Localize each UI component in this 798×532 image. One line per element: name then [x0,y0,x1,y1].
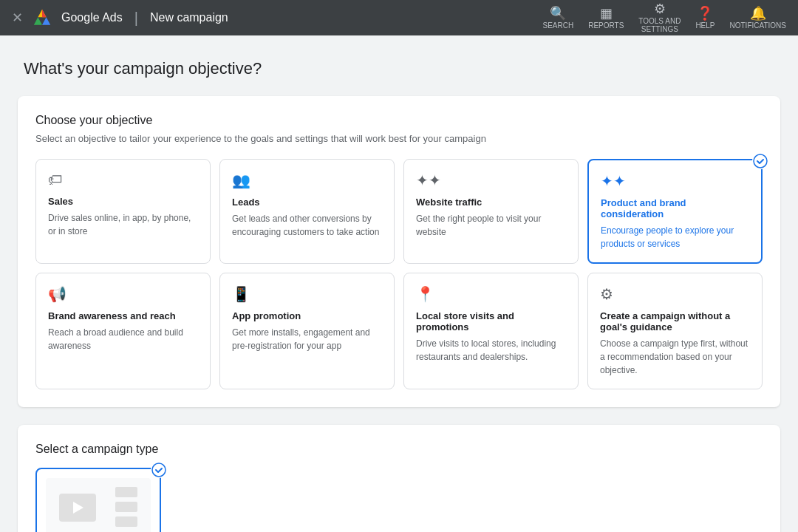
campaign-type-section: Select a campaign type [18,425,780,532]
sales-desc: Drive sales online, in app, by phone, or… [48,211,198,238]
play-icon [73,502,83,514]
objective-product-brand[interactable]: ✦✦ Product and brand consideration Encou… [587,159,763,264]
selected-checkmark [752,153,768,169]
product-brand-icon: ✦✦ [601,172,749,190]
objective-app-promotion[interactable]: 📱 App promotion Get more installs, engag… [219,273,395,389]
brand-name: Google Ads [61,11,123,24]
search-nav-button[interactable]: 🔍 SEARCH [542,7,573,30]
svg-marker-3 [42,17,50,25]
no-guidance-title: Create a campaign without a goal's guida… [600,310,750,332]
objectives-heading: Choose your objective [35,114,763,127]
no-guidance-icon: ⚙ [600,285,750,303]
brand-awareness-desc: Reach a broad audience and build awarene… [48,326,198,352]
help-icon: ❓ [697,7,713,20]
close-button[interactable]: ✕ [12,11,23,24]
svg-marker-5 [42,10,47,17]
notifications-icon: 🔔 [750,7,766,20]
objective-leads[interactable]: 👥 Leads Get leads and other conversions … [219,159,395,264]
objective-no-guidance[interactable]: ⚙ Create a campaign without a goal's gui… [587,273,763,389]
app-promotion-desc: Get more installs, engagement and pre-re… [232,326,382,352]
reports-nav-button[interactable]: ▦ REPORTS [588,7,624,30]
local-store-desc: Drive visits to local stores, including … [416,337,566,364]
leads-title: Leads [232,197,382,208]
svg-marker-2 [34,17,42,25]
product-brand-title: Product and brand consideration [601,197,749,219]
app-promotion-title: App promotion [232,310,382,321]
website-traffic-icon: ✦✦ [416,171,566,189]
play-button-bg [59,494,96,522]
svg-point-7 [152,463,166,477]
objective-website-traffic[interactable]: ✦✦ Website traffic Get the right people … [403,159,579,264]
tools-nav-button[interactable]: ⚙ TOOLS AND SETTINGS [638,2,681,33]
product-brand-desc: Encourage people to explore your product… [601,224,749,250]
objective-sales[interactable]: 🏷 Sales Drive sales online, in app, by p… [35,159,211,264]
notifications-label: NOTIFICATIONS [730,21,786,30]
main-content: What's your campaign objective? Choose y… [0,35,798,532]
local-store-title: Local store visits and promotions [416,310,566,332]
objective-local-store[interactable]: 📍 Local store visits and promotions Driv… [403,273,579,389]
tools-icon: ⚙ [654,2,666,16]
brand-awareness-icon: 📢 [48,285,198,303]
notifications-nav-button[interactable]: 🔔 NOTIFICATIONS [730,7,786,30]
search-label: SEARCH [542,21,573,30]
help-label: HELP [695,21,715,30]
campaign-title: New campaign [150,11,543,24]
video-thumbnail [46,478,151,532]
website-traffic-title: Website traffic [416,197,566,208]
objectives-section: Choose your objective Select an objectiv… [18,96,780,407]
nav-actions: 🔍 SEARCH ▦ REPORTS ⚙ TOOLS AND SETTINGS … [542,2,786,33]
type-video[interactable]: Video Reach and engage viewers on YouTub… [35,468,161,532]
leads-icon: 👥 [232,171,382,189]
video-sidebar-thumb-1 [115,487,137,497]
page-title: What's your campaign objective? [18,59,780,78]
leads-desc: Get leads and other conversions by encou… [232,212,382,239]
tools-label: TOOLS AND SETTINGS [638,17,681,33]
sales-title: Sales [48,196,198,207]
brand-awareness-title: Brand awareness and reach [48,310,198,321]
reports-label: REPORTS [588,21,624,30]
app-promotion-icon: 📱 [232,285,382,303]
campaign-type-grid: Video Reach and engage viewers on YouTub… [35,468,763,532]
svg-point-6 [754,154,767,168]
video-sidebar-thumb-2 [115,502,137,512]
reports-icon: ▦ [600,7,613,20]
nav-divider: | [134,10,138,27]
help-nav-button[interactable]: ❓ HELP [695,7,715,30]
video-sidebar-thumb-3 [115,516,137,527]
objectives-subtitle: Select an objective to tailor your exper… [35,133,763,144]
top-navigation: ✕ Google Ads | New campaign 🔍 SEARCH ▦ R… [0,0,798,35]
search-icon: 🔍 [550,7,566,20]
local-store-icon: 📍 [416,285,566,303]
objectives-grid: 🏷 Sales Drive sales online, in app, by p… [35,159,763,389]
logo [32,7,52,28]
sales-icon: 🏷 [48,171,198,188]
website-traffic-desc: Get the right people to visit your websi… [416,212,566,239]
no-guidance-desc: Choose a campaign type first, without a … [600,337,750,377]
video-selected-checkmark [151,462,167,478]
campaign-type-heading: Select a campaign type [35,443,763,456]
video-preview [46,478,151,532]
objective-brand-awareness[interactable]: 📢 Brand awareness and reach Reach a broa… [35,273,211,389]
